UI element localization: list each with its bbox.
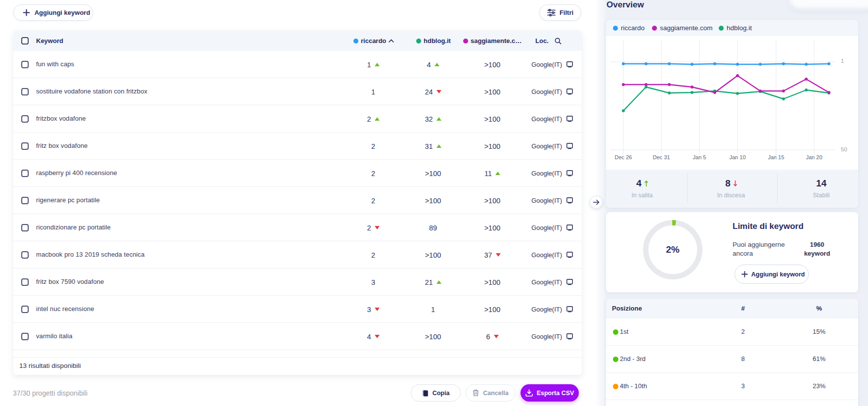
svg-text:Jan 10: Jan 10 — [729, 154, 745, 160]
svg-text:Dec 31: Dec 31 — [653, 154, 670, 160]
svg-text:Jan 15: Jan 15 — [768, 154, 784, 160]
svg-text:Dec 26: Dec 26 — [615, 154, 632, 160]
svg-text:1: 1 — [841, 58, 844, 64]
svg-text:Jan 5: Jan 5 — [693, 154, 706, 160]
svg-text:50: 50 — [841, 146, 847, 152]
svg-text:Jan 20: Jan 20 — [806, 154, 822, 160]
